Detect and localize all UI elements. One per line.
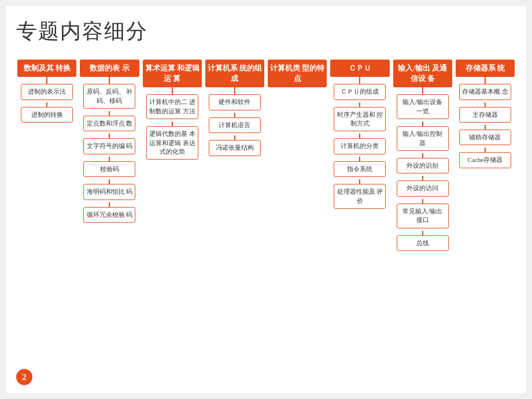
child-connector: [485, 125, 486, 130]
header-col5: 计算机类 型的特点: [268, 60, 327, 87]
header-col7: 输入/输出 及通信设 备: [393, 60, 452, 87]
list-item: 冯诺依曼结构: [209, 140, 261, 156]
list-item: ＣＰＵ的组成: [334, 84, 386, 99]
list-item: 进制的转换: [21, 107, 73, 123]
page-number: 2: [16, 369, 32, 385]
column-col2: 数据的表 示原码、反码、 补码、移码定点数和浮点 数文字符号的编 码校验码海明码…: [80, 60, 139, 225]
column-col1: 数制及其 转换进制的表示法进制的转换: [17, 60, 76, 125]
child-connector: [109, 157, 110, 161]
page-title: 专题内容细分: [16, 17, 516, 46]
child-connector: [359, 102, 360, 107]
list-item: 外设的识别: [397, 158, 449, 173]
column-col5: 计算机类 型的特点: [268, 60, 327, 87]
list-item: 计算机语言: [209, 117, 261, 133]
list-item: 总线: [397, 235, 449, 251]
column-col6: ＣＰＵＣＰＵ的组成时序产生器和 控制方式计算机的分类指令系统处理器性能及 评价: [330, 60, 389, 211]
child-connector: [172, 121, 173, 126]
chart-area: 数制及其 转换进制的表示法进制的转换数据的表 示原码、反码、 补码、移码定点数和…: [16, 60, 516, 253]
header-col2: 数据的表 示: [80, 60, 139, 77]
child-connector: [422, 231, 423, 235]
connector-line: [109, 77, 110, 84]
list-item: 校验码: [83, 161, 135, 177]
list-item: 输入/输出控制 器: [397, 126, 449, 151]
column-col4: 计算机系 统的组成硬件和软件计算机语言冯诺依曼结构: [205, 60, 264, 158]
children-col2: 原码、反码、 补码、移码定点数和浮点 数文字符号的编 码校验码海明码和恒比 码循…: [80, 84, 139, 225]
list-item: 定点数和浮点 数: [83, 116, 135, 131]
list-item: 硬件和软件: [209, 94, 261, 110]
list-item: 循环冗余校验 码: [83, 207, 135, 223]
list-item: 进制的表示法: [21, 84, 73, 99]
list-item: 计算机中的二 进制数的运算 方法: [146, 94, 198, 119]
children-col8: 存储器基本概 念主存储器辅助存储器Cache存储器: [456, 84, 515, 171]
child-connector: [109, 134, 110, 138]
list-item: 辅助存储器: [459, 130, 511, 145]
child-connector: [422, 153, 423, 158]
list-item: 逻辑代数的基 本运算和逻辑 表达式的化简: [146, 126, 198, 160]
children-col3: 计算机中的二 进制数的运算 方法逻辑代数的基 本运算和逻辑 表达式的化简: [143, 94, 202, 162]
children-col4: 硬件和软件计算机语言冯诺依曼结构: [205, 94, 264, 158]
header-col8: 存储器系 统: [456, 60, 515, 77]
child-connector: [485, 102, 486, 107]
list-item: 海明码和恒比 码: [83, 184, 135, 200]
list-item: 文字符号的编 码: [83, 138, 135, 154]
list-item: 计算机的分类: [334, 138, 386, 154]
child-connector: [109, 111, 110, 116]
connector-line: [172, 87, 173, 94]
header-col1: 数制及其 转换: [17, 60, 76, 77]
header-col3: 算术运算 和逻辑运 算: [143, 60, 202, 87]
connector-line: [485, 77, 486, 84]
children-col6: ＣＰＵ的组成时序产生器和 控制方式计算机的分类指令系统处理器性能及 评价: [330, 84, 389, 211]
connector-line: [422, 87, 423, 94]
child-connector: [234, 135, 235, 140]
list-item: 主存储器: [459, 107, 511, 123]
connector-line: [46, 77, 47, 84]
column-col7: 输入/输出 及通信设 备输入/输出设备 一览输入/输出控制 器外设的识别外设的访…: [393, 60, 452, 253]
child-connector: [422, 199, 423, 204]
child-connector: [109, 179, 110, 184]
child-connector: [359, 134, 360, 138]
child-connector: [422, 176, 423, 180]
list-item: 存储器基本概 念: [459, 84, 511, 99]
children-col7: 输入/输出设备 一览输入/输出控制 器外设的识别外设的访问常见输入/输出 接口总…: [393, 94, 452, 253]
list-item: 外设的访问: [397, 180, 449, 196]
list-item: 指令系统: [334, 161, 386, 177]
header-col6: ＣＰＵ: [330, 60, 389, 77]
children-col1: 进制的表示法进制的转换: [17, 84, 76, 125]
list-item: 时序产生器和 控制方式: [334, 107, 386, 132]
child-connector: [109, 202, 110, 207]
child-connector: [359, 179, 360, 184]
child-connector: [46, 102, 47, 107]
list-item: 处理器性能及 评价: [334, 184, 386, 209]
list-item: 输入/输出设备 一览: [397, 94, 449, 119]
list-item: 原码、反码、 补码、移码: [83, 84, 135, 109]
connector-line: [359, 77, 360, 84]
child-connector: [234, 113, 235, 117]
header-col4: 计算机系 统的组成: [205, 60, 264, 87]
child-connector: [422, 121, 423, 126]
column-col3: 算术运算 和逻辑运 算计算机中的二 进制数的运算 方法逻辑代数的基 本运算和逻辑…: [143, 60, 202, 162]
column-col8: 存储器系 统存储器基本概 念主存储器辅助存储器Cache存储器: [456, 60, 515, 171]
slide: 专题内容细分 数制及其 转换进制的表示法进制的转换数据的表 示原码、反码、 补码…: [6, 6, 526, 393]
child-connector: [359, 157, 360, 161]
list-item: Cache存储器: [459, 152, 511, 168]
list-item: 常见输入/输出 接口: [397, 204, 449, 228]
child-connector: [485, 147, 486, 152]
connector-line: [234, 87, 235, 94]
